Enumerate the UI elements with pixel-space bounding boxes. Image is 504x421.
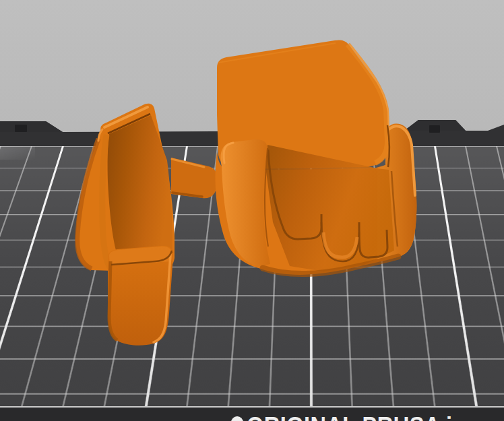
clip-cavity	[108, 115, 172, 267]
slicer-3d-viewport: ORIGINAL PRUSA i	[0, 0, 504, 421]
model-clip-tongue[interactable]	[108, 246, 173, 346]
model-left-rail[interactable]	[220, 139, 270, 267]
model-mounting-arm[interactable]	[171, 158, 217, 198]
printable-object-phone-holder[interactable]	[0, 0, 504, 421]
